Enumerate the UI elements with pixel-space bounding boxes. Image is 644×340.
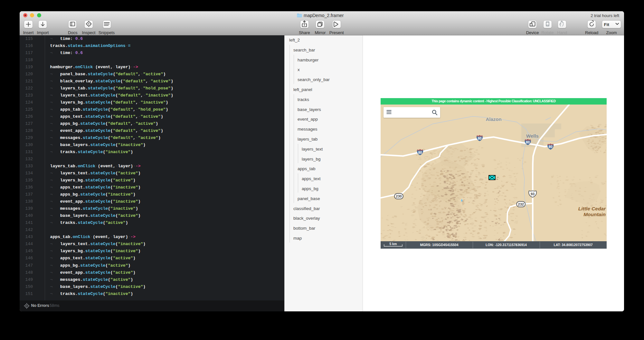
svg-text:Alazon: Alazon <box>486 116 501 122</box>
svg-text:230: 230 <box>396 194 402 198</box>
svg-text:Wells: Wells <box>526 133 539 139</box>
svg-text:232: 232 <box>518 202 524 206</box>
svg-text:Mountain: Mountain <box>583 212 606 217</box>
svg-text:80: 80 <box>526 140 530 144</box>
svg-text:93: 93 <box>531 192 535 196</box>
svg-text:80: 80 <box>478 136 482 140</box>
svg-text:80: 80 <box>418 151 422 154</box>
svg-text:Little Cedar: Little Cedar <box>578 206 606 211</box>
svg-text:80: 80 <box>549 145 553 149</box>
